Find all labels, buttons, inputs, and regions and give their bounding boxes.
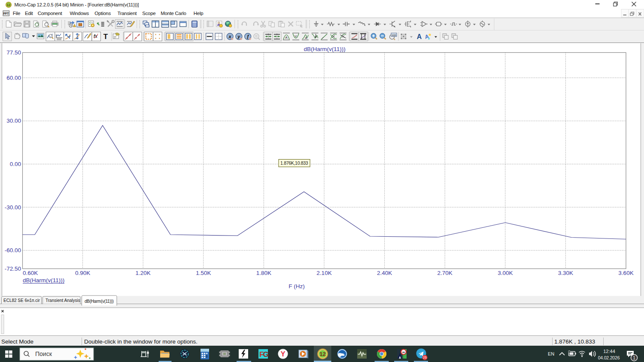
svg-text:F (Hz): F (Hz)	[289, 283, 305, 290]
svg-text:3.60K: 3.60K	[618, 270, 633, 276]
svg-text:0.60K: 0.60K	[23, 270, 38, 276]
svg-text:2.70K: 2.70K	[437, 270, 453, 276]
svg-text:Transient Analysis: Transient Analysis	[46, 298, 80, 303]
svg-text:Поиск: Поиск	[35, 350, 52, 357]
svg-text:T: T	[103, 33, 108, 41]
svg-text:-72.50: -72.50	[5, 265, 21, 272]
svg-text:2.40K: 2.40K	[377, 270, 392, 276]
svg-text:A: A	[417, 33, 422, 40]
svg-text:EN: EN	[548, 351, 554, 356]
svg-text:60.00: 60.00	[6, 75, 21, 81]
svg-text:A: A	[285, 36, 288, 39]
svg-text:25: 25	[423, 356, 426, 359]
svg-text:100: 100	[392, 34, 396, 36]
svg-text:3.30K: 3.30K	[558, 270, 573, 276]
svg-text:1.50K: 1.50K	[196, 270, 211, 276]
svg-text:12: 12	[319, 351, 325, 357]
svg-text:1.876K , 10.833: 1.876K , 10.833	[554, 338, 595, 345]
svg-text:y: y	[237, 34, 240, 39]
svg-text:V: V	[295, 34, 297, 38]
svg-text:A: A	[305, 36, 307, 40]
svg-text:30.00: 30.00	[6, 118, 21, 124]
svg-text:dB(Harm(v(11))): dB(Harm(v(11)))	[304, 46, 345, 52]
svg-text:04.02.2026: 04.02.2026	[598, 355, 620, 360]
svg-text:1: 1	[633, 356, 635, 360]
svg-text:1.876K,10.833: 1.876K,10.833	[280, 160, 308, 166]
svg-text:1.80K: 1.80K	[256, 270, 271, 276]
svg-text:dB(Harm(v(11))): dB(Harm(v(11)))	[23, 277, 64, 284]
svg-text:0.90K: 0.90K	[75, 270, 90, 276]
svg-text:Select Mode: Select Mode	[1, 338, 33, 345]
svg-text:x: x	[228, 34, 232, 39]
svg-text:Y: Y	[281, 350, 286, 358]
svg-text:dB(Harm(v(11))): dB(Harm(v(11)))	[85, 299, 114, 304]
svg-text:-30.00: -30.00	[5, 204, 21, 211]
svg-text:Double-click in the window for: Double-click in the window for more opti…	[84, 338, 197, 345]
svg-text:∞: ∞	[402, 350, 405, 354]
svg-text:12:44: 12:44	[603, 349, 615, 354]
svg-text:ECL82 SE 6н1п.cir: ECL82 SE 6н1п.cir	[3, 298, 40, 303]
svg-text:3.00K: 3.00K	[498, 270, 513, 276]
svg-text:2.10K: 2.10K	[316, 270, 331, 276]
svg-text:77.50: 77.50	[6, 49, 21, 56]
svg-text:-60.00: -60.00	[5, 247, 21, 253]
svg-text:1.20K: 1.20K	[136, 270, 151, 276]
svg-text:G: G	[263, 350, 269, 359]
svg-text:0.00: 0.00	[10, 161, 21, 167]
svg-text:ƒ: ƒ	[246, 34, 249, 39]
